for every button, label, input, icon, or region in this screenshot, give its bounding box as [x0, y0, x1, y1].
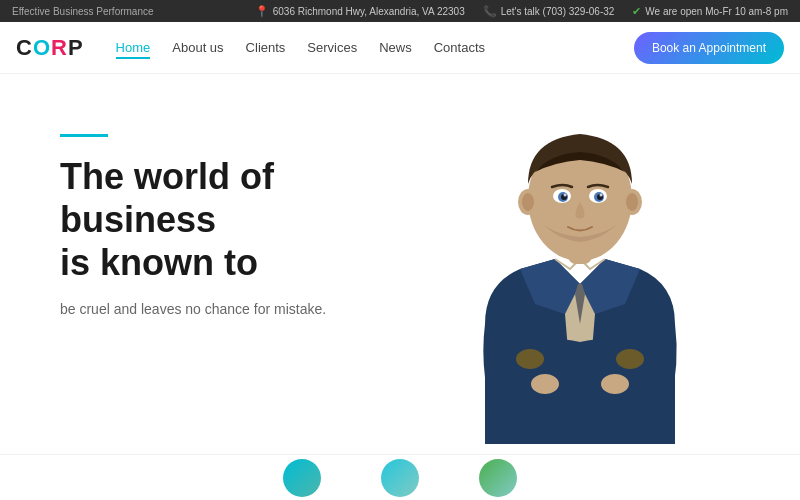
- person-svg: [425, 84, 735, 444]
- hours-item: ✔ We are open Mo-Fr 10 am-8 pm: [632, 5, 788, 18]
- nav-clients[interactable]: Clients: [246, 36, 286, 59]
- svg-point-18: [626, 193, 638, 211]
- hero-subtitle: be cruel and leaves no chance for mistak…: [60, 301, 360, 317]
- phone-icon: 📞: [483, 5, 497, 18]
- nav-contacts[interactable]: Contacts: [434, 36, 485, 59]
- logo-c: C: [16, 35, 33, 60]
- teaser-circle-3: [479, 459, 517, 497]
- nav-news[interactable]: News: [379, 36, 412, 59]
- clock-icon: ✔: [632, 5, 641, 18]
- tagline: Effective Business Performance: [12, 6, 154, 17]
- hero-title-line1: The world of business: [60, 156, 274, 240]
- svg-point-4: [601, 374, 629, 394]
- book-appointment-button[interactable]: Book an Appointment: [634, 32, 784, 64]
- svg-point-3: [531, 374, 559, 394]
- hours-text: We are open Mo-Fr 10 am-8 pm: [645, 6, 788, 17]
- phone-item[interactable]: 📞 Let's talk (703) 329-06-32: [483, 5, 615, 18]
- svg-point-1: [516, 349, 544, 369]
- teaser-circle-2: [381, 459, 419, 497]
- hero-section: The world of business is known to be cru…: [0, 74, 800, 454]
- pin-icon: 📍: [255, 5, 269, 18]
- logo-p: P: [68, 35, 84, 60]
- accent-line: [60, 134, 108, 137]
- hero-content: The world of business is known to be cru…: [60, 134, 400, 317]
- hero-title: The world of business is known to: [60, 155, 400, 285]
- phone-text: Let's talk (703) 329-06-32: [501, 6, 615, 17]
- svg-point-17: [522, 193, 534, 211]
- svg-point-14: [600, 194, 603, 197]
- nav-home[interactable]: Home: [116, 36, 151, 59]
- teaser-circle-1: [283, 459, 321, 497]
- hero-person-image: [420, 74, 740, 444]
- address-text: 6036 Richmond Hwy, Alexandria, VA 22303: [273, 6, 465, 17]
- logo[interactable]: CORP: [16, 35, 84, 61]
- top-bar-info: 📍 6036 Richmond Hwy, Alexandria, VA 2230…: [255, 5, 788, 18]
- bottom-teaser: [0, 454, 800, 500]
- nav-services[interactable]: Services: [307, 36, 357, 59]
- svg-point-13: [564, 194, 567, 197]
- main-nav: CORP Home About us Clients Services News…: [0, 22, 800, 74]
- top-bar: Effective Business Performance 📍 6036 Ri…: [0, 0, 800, 22]
- logo-r: R: [51, 35, 68, 60]
- nav-about[interactable]: About us: [172, 36, 223, 59]
- logo-o: O: [33, 35, 51, 60]
- hero-title-line2: is known to: [60, 242, 258, 283]
- svg-point-2: [616, 349, 644, 369]
- nav-links: Home About us Clients Services News Cont…: [116, 36, 485, 59]
- address-item: 📍 6036 Richmond Hwy, Alexandria, VA 2230…: [255, 5, 465, 18]
- nav-left: CORP Home About us Clients Services News…: [16, 35, 485, 61]
